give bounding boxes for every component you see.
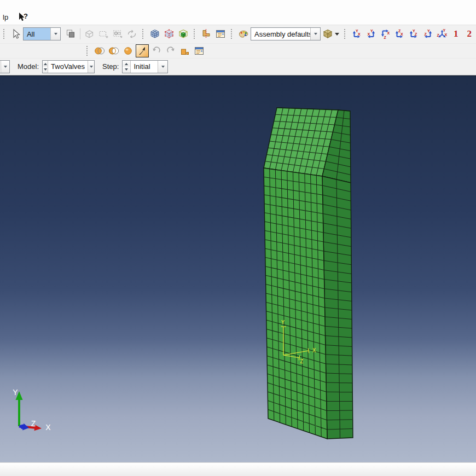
toolbar-drag-handle[interactable]	[194, 29, 196, 39]
selection-filter-combo-value: All	[24, 28, 50, 40]
svg-text:Y: Y	[370, 29, 373, 33]
toolbar-render	[0, 43, 476, 58]
select-vertices-icon	[112, 28, 123, 39]
selection-cursor-button[interactable]	[9, 27, 22, 40]
svg-text:X: X	[312, 347, 316, 353]
svg-text:X: X	[445, 33, 448, 37]
display-group-remove-button[interactable]	[107, 44, 120, 57]
view-back-button[interactable]: YX	[364, 27, 378, 40]
render-shaded-button[interactable]	[177, 27, 190, 40]
svg-text:X: X	[358, 32, 361, 36]
svg-text:Z: Z	[300, 358, 303, 364]
module-combo-partial[interactable]	[0, 60, 10, 73]
step-combo-chevron[interactable]	[158, 61, 167, 73]
display-options-button[interactable]	[193, 44, 206, 57]
viewport-canvas[interactable]: YXZYXZ	[0, 76, 476, 462]
selection-filter-combo-chevron[interactable]	[50, 28, 60, 40]
menu-item-help-partial[interactable]: lp	[1, 12, 10, 22]
probe-select-icon	[137, 45, 148, 56]
color-code-combo-value: Assembly defaults	[251, 30, 310, 38]
render-hidden-icon	[164, 28, 175, 39]
svg-text:Z: Z	[415, 32, 417, 36]
status-bar	[0, 462, 476, 476]
view-iso-button[interactable]: YZX	[436, 27, 449, 40]
display-group-manager-button[interactable]	[178, 44, 191, 57]
select-entity-icon	[84, 28, 95, 39]
svg-text:Y: Y	[443, 28, 446, 32]
view-bottom-button[interactable]: ZX	[393, 27, 406, 40]
toolbar-drag-handle[interactable]	[86, 46, 90, 56]
viewport-1-button[interactable]: 1	[454, 28, 458, 39]
select-rotate-button[interactable]	[125, 27, 138, 40]
select-rectangle-button[interactable]	[97, 27, 110, 40]
toolbar-drag-handle[interactable]	[344, 29, 347, 39]
display-options-icon	[194, 45, 205, 56]
svg-text:?: ?	[24, 12, 28, 20]
toolbar-drag-handle[interactable]	[231, 29, 234, 39]
view-back-icon: YX	[365, 28, 376, 39]
toolbar-drag-handle[interactable]	[142, 29, 145, 39]
redo-button[interactable]	[164, 44, 177, 57]
step-combo-value: Initial	[131, 61, 158, 73]
model-combo-chevron[interactable]	[88, 61, 94, 73]
display-group-remove-icon	[108, 45, 119, 56]
view-cut-button[interactable]	[200, 27, 213, 40]
view-right-icon: YZ	[422, 28, 433, 39]
select-rectangle-icon	[98, 28, 109, 39]
mesh-face-side-lower	[322, 176, 353, 439]
model-combo[interactable]: TwoValves	[42, 60, 95, 73]
selection-filter-combo[interactable]: All	[23, 27, 61, 40]
view-options-button[interactable]	[214, 27, 227, 40]
color-code-combo[interactable]: Assembly defaults	[251, 27, 321, 40]
select-vertices-button[interactable]	[111, 27, 124, 40]
display-group-replace-icon	[94, 45, 105, 56]
svg-text:Y: Y	[281, 320, 285, 326]
model-spinner[interactable]	[43, 61, 48, 73]
abaqus-window: lp ? AllAssembly defaultsYXYXZXZXYZYZYZX…	[0, 0, 476, 476]
color-code-combo-chevron[interactable]	[310, 28, 320, 40]
render-hidden-button[interactable]	[162, 27, 176, 40]
menu-bar: lp ?	[0, 0, 476, 25]
view-left-icon: YZ	[408, 28, 419, 39]
svg-text:X: X	[400, 32, 403, 36]
render-mesh-button[interactable]	[148, 27, 161, 40]
display-group-replace-button[interactable]	[93, 44, 106, 57]
step-spinner[interactable]	[123, 61, 131, 73]
view-top-button[interactable]: ZX	[379, 27, 392, 40]
render-mesh-icon	[149, 28, 160, 39]
toolbar-drag-handle[interactable]	[3, 29, 6, 39]
probe-select-button[interactable]	[136, 44, 149, 57]
meshed-part[interactable]	[264, 108, 353, 439]
help-cursor-icon: ?	[15, 11, 30, 24]
svg-text:Z: Z	[31, 419, 36, 428]
view-iso-icon: YZX	[437, 28, 448, 39]
toolbar-main: AllAssembly defaultsYXYXZXZXYZYZYZX12	[0, 25, 476, 43]
select-entity-button[interactable]	[83, 27, 96, 40]
display-group-all-icon	[123, 45, 133, 56]
svg-text:Y: Y	[427, 29, 430, 33]
svg-text:X: X	[387, 31, 390, 35]
module-combo-chevron[interactable]	[1, 61, 9, 73]
dropdown-caret-icon	[335, 33, 339, 38]
viewport-2-button[interactable]: 2	[467, 28, 472, 39]
color-code-button[interactable]	[237, 27, 250, 40]
display-group-all-button[interactable]	[121, 44, 135, 57]
view-front-button[interactable]: YX	[350, 27, 363, 40]
selection-cursor-icon	[10, 28, 21, 39]
view-bottom-icon: ZX	[394, 28, 405, 39]
display-group-manager-icon	[179, 45, 190, 56]
view-triad: YXZ	[13, 388, 51, 432]
redo-icon	[165, 45, 176, 56]
undo-icon	[151, 45, 162, 56]
view-left-button[interactable]: YZ	[407, 27, 420, 40]
view-right-button[interactable]: YZ	[421, 27, 434, 40]
color-code-target-button[interactable]	[321, 27, 340, 40]
context-help-button[interactable]: ?	[15, 11, 30, 24]
step-label: Step:	[102, 62, 119, 71]
svg-text:Z: Z	[384, 36, 387, 39]
view-options-icon	[215, 28, 226, 39]
copy-objects-button[interactable]	[64, 27, 77, 40]
undo-button[interactable]	[150, 44, 163, 57]
svg-text:Z: Z	[425, 32, 427, 36]
step-combo[interactable]: Initial	[122, 60, 168, 73]
